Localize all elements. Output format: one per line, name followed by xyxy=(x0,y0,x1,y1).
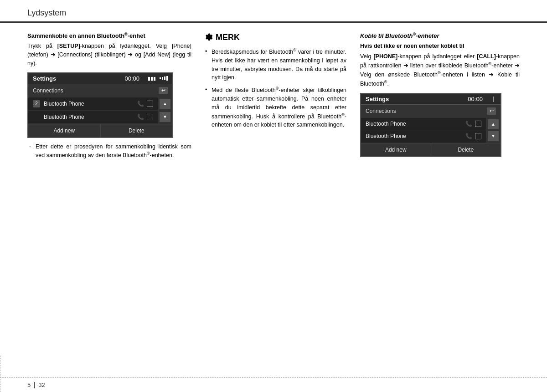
device-square-icon-2b xyxy=(475,133,481,139)
footer-dashes xyxy=(0,356,14,392)
page-header: Lydsystem xyxy=(0,0,547,23)
device-name-2a: Bluetooth Phone xyxy=(366,121,465,127)
merk-bullet-list: Beredskapsmodus for Bluetooth® varer i t… xyxy=(205,47,346,129)
settings-content-2: Bluetooth Phone 📞 Bluetooth Phone 📞 xyxy=(361,117,501,143)
page-title: Lydsystem xyxy=(27,8,520,18)
scroll-down-1[interactable]: ▼ xyxy=(160,112,170,122)
merk-label: MERK xyxy=(216,33,240,42)
add-new-btn-2[interactable]: Add new xyxy=(361,143,431,156)
phone-icon-active: 📞 xyxy=(137,101,144,107)
scroll-down-2[interactable]: ▼ xyxy=(488,131,499,141)
page-right: 32 xyxy=(38,382,45,388)
scroll-arrows-1: ▲ ▼ xyxy=(158,97,172,124)
back-button-1[interactable]: ↩ xyxy=(159,87,168,94)
phone-icon-2a: 📞 xyxy=(465,121,472,127)
main-content: Sammenkoble en annen Bluetooth®-enhet Tr… xyxy=(0,23,547,162)
device-number-1: 2 xyxy=(33,100,40,107)
scroll-up-2[interactable]: ▲ xyxy=(488,119,499,129)
merk-star-icon: ✽ xyxy=(205,32,213,43)
settings-footer-2: Add new Delete xyxy=(361,143,501,156)
middle-column: ✽ MERK Beredskapsmodus for Bluetooth® va… xyxy=(201,32,356,162)
dash-item: Etter dette er prosedyren for sammenkobl… xyxy=(27,143,191,160)
settings-time-1: 00:00 xyxy=(124,75,139,82)
settings-content-1: 2 Bluetooth Phone 📞 Bluetooth Phone 📞 xyxy=(28,97,172,124)
device-icons-2a: 📞 xyxy=(465,121,481,127)
connections-row-2: Connections ↩ xyxy=(361,105,501,117)
merk-bullet-1: Beredskapsmodus for Bluetooth® varer i t… xyxy=(205,47,346,82)
connections-label-1: Connections xyxy=(33,87,63,94)
signal-icon xyxy=(160,76,168,81)
device-row-1a: 2 Bluetooth Phone 📞 xyxy=(28,97,158,111)
settings-divider-2: | xyxy=(493,96,494,102)
page-number: 5 32 xyxy=(27,382,45,388)
device-row-2a: Bluetooth Phone 📞 xyxy=(361,117,486,130)
right-paragraph-1: Hvis det ikke er noen enheter koblet til xyxy=(360,42,520,51)
back-button-2[interactable]: ↩ xyxy=(487,107,496,115)
settings-screen-2: Settings 00:00 | Connections ↩ Bluetooth… xyxy=(360,93,501,157)
settings-time-2: 00:00 xyxy=(468,96,483,102)
settings-screen-1: Settings 00:00 ▮▮▮ Connections ↩ 2 xyxy=(27,72,173,138)
scroll-arrows-2: ▲ ▼ xyxy=(486,117,501,143)
settings-footer-1: Add new Delete xyxy=(28,124,172,137)
settings-title-1: Settings xyxy=(33,75,116,82)
device-square-icon-2a xyxy=(475,121,481,127)
left-paragraph: Trykk på [SETUP]-knappen på lydanlegget.… xyxy=(27,42,191,67)
scroll-up-1[interactable]: ▲ xyxy=(160,99,170,109)
page-footer: 5 32 xyxy=(0,377,547,392)
right-italic-heading: Koble til Bluetooth®-enheter xyxy=(360,32,520,39)
battery-icon: ▮▮▮ xyxy=(148,76,156,81)
device-icons-2b: 📞 xyxy=(465,133,481,139)
left-column: Sammenkoble en annen Bluetooth®-enhet Tr… xyxy=(27,32,201,162)
device-square-icon-1a xyxy=(147,101,153,107)
right-paragraph-2: Velg [PHONE]-knappen på lydanlegget elle… xyxy=(360,52,520,88)
device-row-1b: Bluetooth Phone 📞 xyxy=(28,111,158,124)
device-name-1b: Bluetooth Phone xyxy=(44,114,137,120)
settings-title-2: Settings xyxy=(366,96,459,102)
device-row-2b: Bluetooth Phone 📞 xyxy=(361,130,486,143)
device-square-icon-1b xyxy=(147,114,153,120)
delete-btn-1[interactable]: Delete xyxy=(101,124,173,137)
left-section-heading: Sammenkoble en annen Bluetooth®-enhet xyxy=(27,32,191,39)
device-list-2: Bluetooth Phone 📞 Bluetooth Phone 📞 xyxy=(361,117,486,143)
merk-bullet-2: Med de fleste Bluetooth®-enheter skjer t… xyxy=(205,86,346,129)
device-icons-1b: 📞 xyxy=(137,114,153,120)
device-name-1a: Bluetooth Phone xyxy=(44,101,137,107)
delete-btn-2[interactable]: Delete xyxy=(431,143,501,156)
merk-heading: ✽ MERK xyxy=(205,32,346,43)
device-icons-1a: 📞 xyxy=(137,101,153,107)
settings-header-2: Settings 00:00 | xyxy=(361,94,501,105)
phone-icon-1b: 📞 xyxy=(137,114,144,120)
connections-label-2: Connections xyxy=(366,108,396,114)
right-column: Koble til Bluetooth®-enheter Hvis det ik… xyxy=(356,32,520,162)
device-name-2b: Bluetooth Phone xyxy=(366,133,465,139)
page-separator xyxy=(34,382,35,388)
page-left: 5 xyxy=(27,382,31,388)
device-number-2 xyxy=(33,113,40,121)
device-list-1: 2 Bluetooth Phone 📞 Bluetooth Phone 📞 xyxy=(28,97,158,124)
add-new-btn-1[interactable]: Add new xyxy=(28,124,101,137)
settings-header-1: Settings 00:00 ▮▮▮ xyxy=(28,73,172,84)
connections-row-1: Connections ↩ xyxy=(28,84,172,97)
phone-icon-2b: 📞 xyxy=(465,133,472,139)
